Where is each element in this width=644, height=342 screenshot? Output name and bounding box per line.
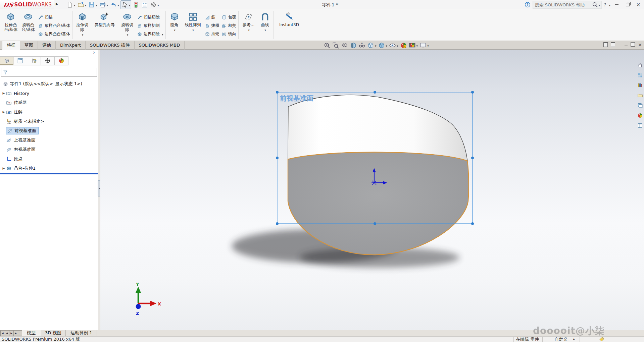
tab-3d-views[interactable]: 3D 视图 <box>40 330 66 336</box>
edit-appearance-button[interactable] <box>400 42 407 49</box>
sweep-cut-button[interactable]: 扫描切除 <box>136 14 164 21</box>
undo-dropdown-caret[interactable] <box>117 2 119 7</box>
new-dropdown-caret[interactable] <box>74 2 76 7</box>
loft-cut-button[interactable]: 放样切割 <box>136 22 164 29</box>
intersect-button[interactable]: 相交 <box>220 22 237 29</box>
extrude-cut-button[interactable]: 拉伸切 除 <box>73 9 91 38</box>
display-style-button[interactable] <box>378 42 388 49</box>
view-settings-button[interactable] <box>419 42 429 49</box>
section-view-button[interactable] <box>349 42 357 49</box>
print-dropdown-caret[interactable] <box>107 2 108 7</box>
extrude-cut-caret[interactable] <box>82 32 84 37</box>
expand-arrow[interactable] <box>1 167 6 170</box>
window-pane-icon[interactable] <box>603 42 608 47</box>
selection-handle[interactable] <box>276 157 279 159</box>
graphics-viewport[interactable]: 前视基准面 Y X Z <box>100 50 644 330</box>
tree-item-top-plane[interactable]: 上视基准面 <box>0 135 98 145</box>
selection-handle[interactable] <box>276 91 279 94</box>
customize-caret[interactable]: ▲ <box>573 337 575 342</box>
instant3d-button[interactable]: Instant3D <box>275 9 304 38</box>
fm-tab-dimxpert[interactable] <box>41 57 55 65</box>
hide-show-items-button[interactable] <box>389 42 399 49</box>
fm-tab-configurations[interactable] <box>27 57 41 65</box>
rollback-bar[interactable] <box>0 173 98 174</box>
boundary-cut-button[interactable]: 边界切除 <box>136 31 164 38</box>
sweep-button[interactable]: 扫描 <box>37 14 71 21</box>
search-icon[interactable] <box>592 2 598 8</box>
zoom-fit-button[interactable] <box>323 42 331 49</box>
tab-motion-study[interactable]: 运动算例 1 <box>66 330 97 336</box>
custom-properties-button[interactable] <box>637 123 643 128</box>
tag-icon[interactable] <box>599 337 604 342</box>
expand-arrow[interactable] <box>1 92 6 95</box>
doc-close-icon[interactable]: × <box>638 42 642 47</box>
tree-root-part[interactable]: 零件1 (默认<<默认>_显示状态 1>) <box>0 79 98 89</box>
revolve-boss-button[interactable]: 旋转凸 台/基体 <box>19 9 37 38</box>
help-circle-icon[interactable]: ? <box>525 2 531 8</box>
selection-handle[interactable] <box>471 157 474 159</box>
doc-minimize-icon[interactable] <box>625 46 628 46</box>
shell-button[interactable]: 抽壳 <box>204 31 220 38</box>
loft-button[interactable]: 放样凸台/基体 <box>37 22 71 29</box>
fm-tab-properties[interactable] <box>13 57 27 65</box>
help-menu-button[interactable]: ? <box>604 2 606 7</box>
boundary-boss-button[interactable]: 边界凸台/基体 <box>37 31 71 38</box>
view-orientation-button[interactable] <box>367 42 377 49</box>
selection-handle[interactable] <box>374 91 376 94</box>
resources-button[interactable] <box>637 72 643 78</box>
boundary-cut-caret[interactable] <box>162 32 163 37</box>
window-cascade-icon[interactable] <box>611 42 615 47</box>
selection-handle[interactable] <box>276 222 279 225</box>
display-style-caret[interactable] <box>386 43 388 48</box>
last-tab-button[interactable]: ▶ <box>13 330 18 336</box>
tab-dimxpert[interactable]: DimXpert <box>56 41 86 50</box>
save-button[interactable] <box>88 1 98 9</box>
undo-button[interactable] <box>109 1 120 9</box>
annotation-visibility-button[interactable]: A <box>358 42 366 49</box>
reference-geometry-button[interactable]: 参考... <box>240 9 258 38</box>
previous-view-button[interactable] <box>341 42 348 49</box>
model-scene[interactable]: 前视基准面 Y X Z <box>100 50 644 330</box>
rib-button[interactable]: 筋 <box>204 14 220 21</box>
reference-caret[interactable] <box>248 27 250 32</box>
tab-features[interactable]: 特征 <box>2 41 20 50</box>
view-palette-button[interactable] <box>637 103 643 108</box>
tab-evaluate[interactable]: 评估 <box>38 41 56 50</box>
options-button[interactable] <box>149 1 160 9</box>
tab-model[interactable]: 模型 <box>22 330 40 336</box>
wrap-button[interactable]: 包覆 <box>220 14 237 21</box>
linear-pattern-button[interactable]: 线性阵列 <box>182 9 204 38</box>
select-tool-button[interactable] <box>120 0 132 9</box>
tree-filter-box[interactable] <box>1 68 97 77</box>
save-dropdown-caret[interactable] <box>96 2 97 7</box>
doc-restore-icon[interactable] <box>631 42 635 47</box>
fm-tab-tree[interactable] <box>0 57 13 65</box>
search-scope-caret[interactable] <box>599 2 600 7</box>
prev-tab-button[interactable]: ◀ <box>5 330 9 336</box>
tree-item-front-plane[interactable]: 前视基准面 <box>0 126 98 135</box>
tree-item-annotations[interactable]: A 注解 <box>0 107 98 117</box>
selection-handle[interactable] <box>471 91 474 94</box>
fillet-caret[interactable] <box>174 27 176 32</box>
draft-button[interactable]: 拔模 <box>204 22 220 29</box>
selection-handle[interactable] <box>471 222 474 225</box>
appearances-button[interactable] <box>637 113 643 118</box>
open-dropdown-caret[interactable] <box>85 2 87 7</box>
tree-item-boss-extrude1[interactable]: 凸台-拉伸1 <box>0 164 98 173</box>
selection-handle[interactable] <box>374 222 376 225</box>
tab-mbd[interactable]: SOLIDWORKS MBD <box>135 41 185 50</box>
menu-expand-arrow[interactable]: ▶ <box>56 2 60 7</box>
select-dropdown-caret[interactable] <box>129 2 131 7</box>
view-orientation-caret[interactable] <box>375 43 377 48</box>
curves-caret[interactable] <box>264 27 266 32</box>
open-document-button[interactable] <box>77 1 87 9</box>
revolve-cut-button[interactable]: 旋转切 除 <box>118 9 136 38</box>
fm-expand-chevron[interactable]: › <box>93 50 95 55</box>
tab-addins[interactable]: SOLIDWORKS 插件 <box>86 41 135 50</box>
boss-extrude-button[interactable]: 拉伸凸 台/基体 <box>2 9 19 38</box>
apply-scene-caret[interactable] <box>416 43 418 48</box>
curves-button[interactable]: 曲线 <box>258 9 273 38</box>
tree-item-origin[interactable]: 原点 <box>0 154 98 164</box>
zoom-area-button[interactable] <box>332 42 340 49</box>
file-properties-button[interactable] <box>141 1 149 9</box>
